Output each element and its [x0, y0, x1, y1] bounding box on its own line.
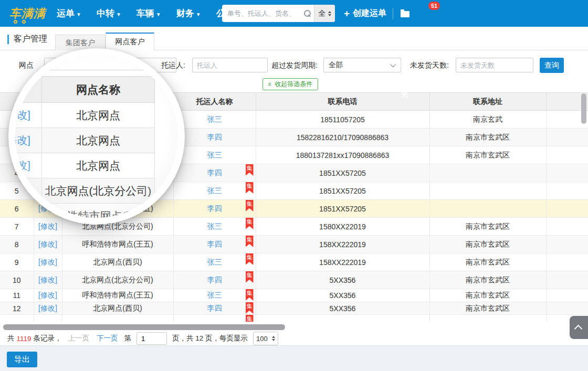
cell-shipper-name: 张三 集 — [173, 289, 256, 302]
days-filter-label: 未发货天数: — [410, 58, 449, 72]
app-logo[interactable]: 车满满 — [9, 6, 50, 22]
cell-extra — [546, 302, 588, 315]
cell-extra — [546, 164, 588, 182]
tab-site-customers[interactable]: 网点客户 — [106, 33, 154, 50]
nav-menu-item[interactable]: 运单 ▼ — [57, 7, 81, 19]
cell-phone: 5XX356 — [256, 302, 429, 315]
collapse-filters-button[interactable]: « 收起筛选条件 — [262, 78, 318, 90]
nav-menu-item[interactable]: 财务 ▼ — [176, 7, 201, 19]
edit-link[interactable]: [修改] — [38, 304, 57, 312]
order-folder-label: 挑单夹 — [401, 58, 413, 102]
chevron-up-icon — [574, 325, 583, 333]
cell-site-name: 北京网点(北京分公司) — [62, 271, 173, 289]
vertical-scrollbar-thumb[interactable] — [581, 93, 586, 124]
loupe-col-header-site-name: 网点名称 — [41, 77, 154, 103]
horizontal-scrollbar-thumb[interactable] — [3, 324, 285, 330]
page-number-input[interactable] — [136, 332, 167, 345]
total-count: 1119 — [17, 335, 32, 343]
logo-wheel-icon — [14, 20, 17, 24]
cell-address — [429, 315, 546, 322]
shipper-link[interactable]: 李四 — [207, 168, 222, 177]
page-title: 客户管理 — [7, 34, 47, 45]
shipper-link[interactable]: 张三 — [207, 186, 222, 195]
shipper-link[interactable]: 张三 — [207, 291, 222, 299]
cell-row-number: 7 — [0, 218, 34, 236]
footer-bar: 导出 — [0, 346, 588, 371]
cell-address — [429, 164, 546, 182]
shipper-link[interactable]: 李四 — [207, 133, 222, 141]
group-ribbon-badge: 集 — [246, 182, 254, 194]
title-accent-bar — [7, 35, 9, 44]
nav-menu-item[interactable]: 车辆 ▼ — [136, 7, 161, 19]
create-waybill-button[interactable]: + 创建运单 — [344, 0, 386, 27]
shipper-filter-input[interactable] — [192, 58, 268, 72]
table-row: 9 [修改] 北京网点(西贝) 张三 集 158XX222019 南京市玄武区 — [0, 253, 588, 271]
cell-address: 南京市玄武区 — [429, 146, 546, 164]
chevron-down-icon: ▼ — [156, 12, 161, 17]
shipper-link[interactable]: 李四 — [207, 275, 222, 284]
edit-link[interactable]: [修改] — [38, 240, 57, 248]
chevron-down-icon — [390, 61, 396, 67]
cell-row-number: 8 — [0, 236, 34, 253]
shipper-link[interactable]: 张三 — [207, 222, 222, 230]
days-filter-input[interactable] — [456, 58, 533, 72]
cell-address: 南京市玄武区 — [429, 129, 546, 146]
cell-phone: 1580XX22019 — [256, 218, 429, 236]
cell-actions: [修改] — [34, 271, 62, 289]
export-button[interactable]: 导出 — [7, 352, 37, 367]
global-search: 全 — [222, 5, 335, 22]
nav-divider — [393, 8, 393, 19]
cell-phone — [256, 315, 429, 322]
cell-phone: 1851XX57205 — [256, 200, 429, 218]
shipper-link[interactable]: 李四 — [207, 240, 222, 248]
cell-shipper-name: 李四 集 — [173, 129, 256, 146]
cycle-filter-select[interactable]: 全部 — [323, 58, 401, 72]
edit-link[interactable]: [修改] — [38, 222, 57, 230]
next-page-link[interactable]: 下一页 — [97, 334, 118, 343]
table-row: 12 [修改] 北京网点(西贝) 李四 集 5XX356 南京市玄武区 — [0, 302, 588, 315]
chevron-down-icon: ▼ — [196, 12, 201, 17]
cell-phone: 158XX222019 — [256, 253, 429, 271]
cell-site-name — [62, 315, 173, 322]
shipper-filter-label: 托运人: — [161, 58, 185, 72]
shipper-link[interactable]: 张三 — [207, 258, 222, 266]
search-scope-select[interactable]: 全 — [314, 5, 335, 22]
plus-icon: + — [344, 8, 350, 19]
search-icon[interactable] — [304, 10, 311, 17]
edit-link[interactable]: [修改] — [38, 258, 57, 266]
create-waybill-label: 创建运单 — [353, 8, 386, 19]
cell-row-number: 10 — [0, 271, 34, 289]
loupe-cell-site-name: 北京网点 — [41, 153, 154, 178]
cell-address: 南京市玄武区 — [429, 253, 546, 271]
page-title-text: 客户管理 — [14, 34, 47, 45]
cell-shipper-name: 集 — [173, 315, 256, 322]
back-to-top-button[interactable] — [570, 316, 588, 339]
edit-link[interactable]: [修改] — [38, 291, 57, 299]
group-ribbon-badge: 集 — [246, 236, 254, 247]
cell-extra — [546, 289, 588, 302]
folder-count-badge: 51 — [428, 2, 440, 10]
edit-link[interactable]: [修改] — [38, 275, 57, 284]
shipper-link[interactable]: 张三 — [207, 115, 222, 123]
order-folder-button[interactable]: 挑单夹 — [401, 0, 413, 27]
shipper-link[interactable]: 李四 — [207, 304, 222, 312]
nav-menu-item[interactable]: 中转 ▼ — [97, 7, 121, 19]
query-button[interactable]: 查询 — [540, 58, 564, 73]
cell-phone: 15822816210/17090886863 — [256, 129, 429, 146]
page-size-select[interactable]: 100 — [253, 332, 278, 345]
logo-wheel-icon — [22, 20, 26, 24]
shipper-link[interactable]: 张三 — [207, 151, 222, 159]
shipper-link[interactable]: 李四 — [207, 204, 222, 213]
app-logo-text: 车满满 — [9, 7, 46, 20]
prev-page-link[interactable]: 上一页 — [68, 334, 90, 343]
cell-phone: 1851XX57205 — [256, 182, 429, 200]
group-ribbon-badge: 集 — [246, 200, 254, 211]
cell-address: 南京市玄武区 — [429, 302, 546, 315]
table-row: 集 — [0, 315, 588, 322]
folder-icon — [401, 11, 410, 17]
cell-address: 南京市玄武区 — [429, 236, 546, 253]
global-search-input[interactable] — [222, 9, 304, 17]
chevron-down-icon: ▼ — [116, 12, 121, 17]
loupe-faint-line — [34, 70, 152, 70]
cell-phone: 1880137281xx17090886863 — [256, 146, 429, 164]
